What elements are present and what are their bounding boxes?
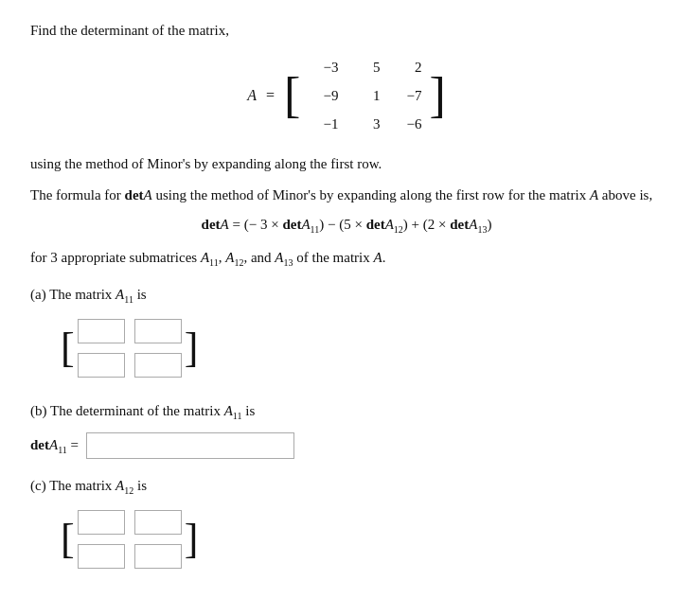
a11-right-bracket: ] [185,327,199,369]
matrix-grid: −3 5 2 −9 1 −7 −1 3 −6 [304,54,425,137]
a12-grid [75,507,185,572]
matrix-cell-1-2: −7 [389,88,423,104]
matrix-cell-1-0: −9 [306,88,340,104]
matrix-a11-display: [ ] [61,316,663,380]
a12-cell-1-1[interactable] [134,544,182,569]
a11-grid [75,316,185,380]
submatrix-text: for 3 appropriate submatrices A11, A12, … [30,250,663,268]
right-bracket: ] [429,54,445,137]
matrix-equals: = [266,87,275,104]
matrix-cell-2-1: 3 [347,116,382,132]
det-a11-label: detA11 = [30,437,79,455]
formula-block: detA = (− 3 × detA11) − (5 × detA12) + (… [30,217,663,235]
a11-cell-0-0[interactable] [78,319,125,343]
a11-cell-1-1[interactable] [134,353,182,378]
intro-text: Find the determinant of the matrix, [30,23,663,39]
a11-left-bracket: [ [61,327,75,369]
formula-intro: The formula for detA using the method of… [30,187,663,203]
matrix-bracket-wrap: [ −3 5 2 −9 1 −7 −1 3 −6 ] [284,54,446,137]
a12-cell-0-0[interactable] [78,510,125,535]
a12-cell-0-1[interactable] [134,510,182,535]
formula-text: detA = (− 3 × detA11) − (5 × detA12) + (… [202,217,492,235]
a12-left-bracket: [ [61,519,75,560]
method-text: using the method of Minor's by expanding… [30,156,663,172]
matrix-cell-0-0: −3 [306,60,340,76]
a11-cell-0-1[interactable] [134,319,182,343]
matrix-cell-0-2: 2 [389,60,423,76]
part-b-label: (b) The determinant of the matrix A11 is [30,403,663,421]
matrix-cell-2-2: −6 [389,116,423,132]
matrix-a12-display: [ ] [61,507,663,572]
det-a11-row: detA11 = [30,432,663,459]
part-a-label: (a) The matrix A11 is [30,287,663,305]
left-bracket: [ [284,54,300,137]
matrix-display: A = [ −3 5 2 −9 1 −7 −1 3 −6 ] [30,54,663,137]
matrix-cell-2-0: −1 [306,116,340,132]
matrix-cell-1-1: 1 [347,88,382,104]
a11-cell-1-0[interactable] [78,353,125,378]
matrix-label: A [247,87,257,104]
part-c-label: (c) The matrix A12 is [30,478,663,496]
a12-cell-1-0[interactable] [78,544,125,569]
matrix-cell-0-1: 5 [347,60,382,76]
a12-right-bracket: ] [185,519,199,560]
det-a11-input[interactable] [86,432,294,459]
